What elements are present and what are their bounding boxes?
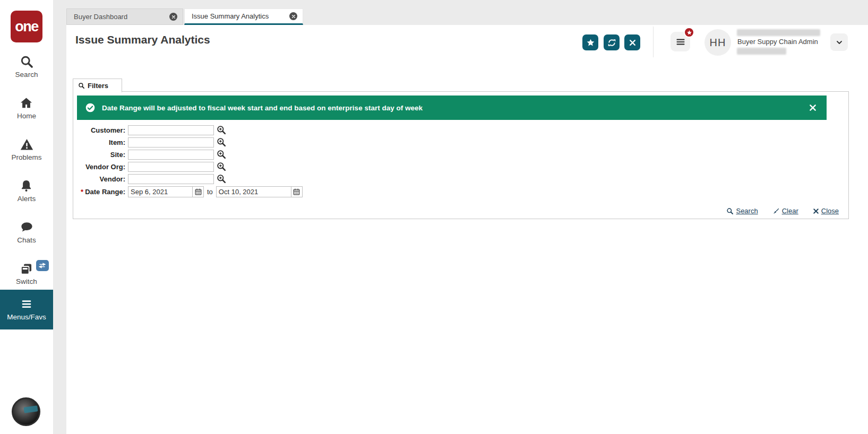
sidebar-item-label: Chats	[17, 236, 36, 244]
customer-label: Customer:	[73, 126, 125, 134]
user-avatar[interactable]: HH	[704, 29, 731, 56]
zoom-in-icon[interactable]	[216, 161, 227, 172]
zoom-in-icon[interactable]	[216, 125, 227, 135]
banner-message: Date Range will be adjusted to fiscal we…	[102, 104, 423, 112]
close-screen-button[interactable]	[624, 34, 640, 50]
hamburger-icon	[675, 37, 686, 47]
sidebar-item-menus-favs[interactable]: Menus/Favs	[0, 290, 53, 329]
home-icon	[19, 96, 33, 110]
zoom-in-icon[interactable]	[216, 173, 227, 184]
sidebar-item-label: Problems	[11, 153, 41, 161]
calendar-icon[interactable]	[291, 186, 303, 197]
switch-windows-icon	[19, 262, 33, 276]
filter-row-vendor-org: Vendor Org:	[73, 161, 848, 172]
filter-row-item: Item:	[73, 137, 848, 147]
tab-close-icon[interactable]	[169, 13, 177, 21]
zoom-in-icon[interactable]	[216, 137, 227, 147]
filter-row-vendor: Vendor:	[73, 173, 848, 184]
date-range-label: *Date Range:	[73, 188, 125, 196]
sidebar-nav: Search Home Problems Alerts Chats	[0, 55, 53, 303]
close-link-label: Close	[821, 207, 839, 215]
vendor-input[interactable]	[128, 174, 214, 184]
zoom-in-icon[interactable]	[216, 149, 227, 160]
clear-brush-icon	[772, 207, 780, 215]
vendor-label: Vendor:	[73, 175, 125, 183]
vendor-org-label: Vendor Org:	[73, 163, 125, 171]
filter-row-customer: Customer:	[73, 125, 848, 135]
sidebar-item-label: Search	[15, 71, 38, 79]
clear-link[interactable]: Clear	[772, 207, 798, 215]
user-dropdown-button[interactable]	[830, 33, 848, 51]
tab-issue-summary-analytics[interactable]: Issue Summary Analytics	[184, 8, 303, 25]
date-to-group	[216, 186, 303, 197]
redacted-user-detail	[737, 48, 786, 55]
one-network-logo[interactable]: one	[11, 11, 42, 42]
sidebar-item-switch[interactable]: Switch	[16, 262, 37, 285]
required-marker: *	[81, 188, 83, 196]
sidebar-item-problems[interactable]: Problems	[11, 137, 41, 161]
site-label: Site:	[73, 151, 125, 159]
logo-text: one	[15, 19, 38, 35]
banner-close-icon[interactable]	[809, 103, 818, 112]
tab-label: Issue Summary Analytics	[192, 12, 269, 20]
sidebar-item-home[interactable]: Home	[17, 96, 36, 120]
calendar-icon[interactable]	[192, 186, 204, 197]
chevron-down-icon	[835, 38, 844, 47]
refresh-icon	[607, 38, 616, 47]
filters-panel: Filters Date Range will be adjusted to f…	[73, 91, 849, 219]
menus-favs-label: Menus/Favs	[7, 313, 46, 321]
tab-buyer-dashboard[interactable]: Buyer Dashboard	[66, 8, 183, 25]
user-role: Buyer Suppy Chain Admin	[737, 38, 832, 46]
search-icon	[20, 55, 34, 69]
site-input[interactable]	[128, 150, 214, 160]
filters-actions: Search Clear Close	[726, 207, 839, 215]
filter-row-date-range: *Date Range: to	[73, 186, 848, 197]
search-link[interactable]: Search	[726, 207, 758, 215]
vendor-org-input[interactable]	[128, 162, 214, 172]
date-from-input[interactable]	[128, 186, 193, 197]
user-initials: HH	[710, 37, 726, 49]
item-input[interactable]	[128, 137, 214, 147]
star-icon	[586, 38, 595, 47]
page-title: Issue Summary Analytics	[75, 33, 210, 46]
sidebar-item-chats[interactable]: Chats	[17, 220, 36, 244]
filters-tab-label: Filters	[88, 82, 108, 90]
customer-input[interactable]	[128, 125, 214, 135]
search-link-label: Search	[736, 207, 758, 215]
search-icon	[78, 82, 85, 89]
hamburger-icon	[20, 298, 33, 310]
item-label: Item:	[73, 138, 125, 146]
notification-star-badge	[684, 27, 694, 38]
filters-tab[interactable]: Filters	[73, 79, 122, 92]
date-range-separator: to	[207, 188, 213, 196]
sidebar: one Search Home Problems Alerts	[0, 0, 53, 434]
assistant-avatar[interactable]	[12, 397, 40, 426]
filters-form: Customer: Item: Site:	[73, 125, 848, 199]
sidebar-item-search[interactable]: Search	[15, 55, 38, 79]
header-divider	[653, 27, 654, 57]
sidebar-item-alerts[interactable]: Alerts	[18, 179, 36, 203]
chat-bubble-icon	[20, 220, 34, 235]
date-from-group	[128, 186, 204, 197]
date-to-input[interactable]	[216, 186, 291, 197]
filter-row-site: Site:	[73, 149, 848, 160]
info-banner: Date Range will be adjusted to fiscal we…	[77, 96, 827, 120]
tab-close-icon[interactable]	[289, 12, 297, 20]
bell-icon	[19, 179, 33, 193]
close-x-icon	[813, 208, 819, 214]
refresh-button[interactable]	[604, 34, 620, 50]
swap-arrows-icon[interactable]	[36, 260, 49, 271]
sidebar-item-label: Switch	[16, 277, 37, 285]
close-link[interactable]: Close	[813, 207, 839, 215]
clear-link-label: Clear	[782, 207, 798, 215]
redacted-user-name	[737, 29, 820, 36]
user-info: Buyer Suppy Chain Admin	[737, 29, 832, 55]
close-icon	[629, 39, 637, 47]
warning-triangle-icon	[20, 137, 34, 152]
search-icon	[726, 207, 734, 215]
check-circle-icon	[85, 102, 96, 113]
favorite-star-button[interactable]	[582, 34, 598, 50]
main-content: Issue Summary Analytics HH Buyer Suppy C…	[66, 25, 868, 434]
sidebar-item-label: Alerts	[18, 195, 36, 203]
workspace-tab-bar: Buyer Dashboard Issue Summary Analytics	[66, 8, 303, 25]
